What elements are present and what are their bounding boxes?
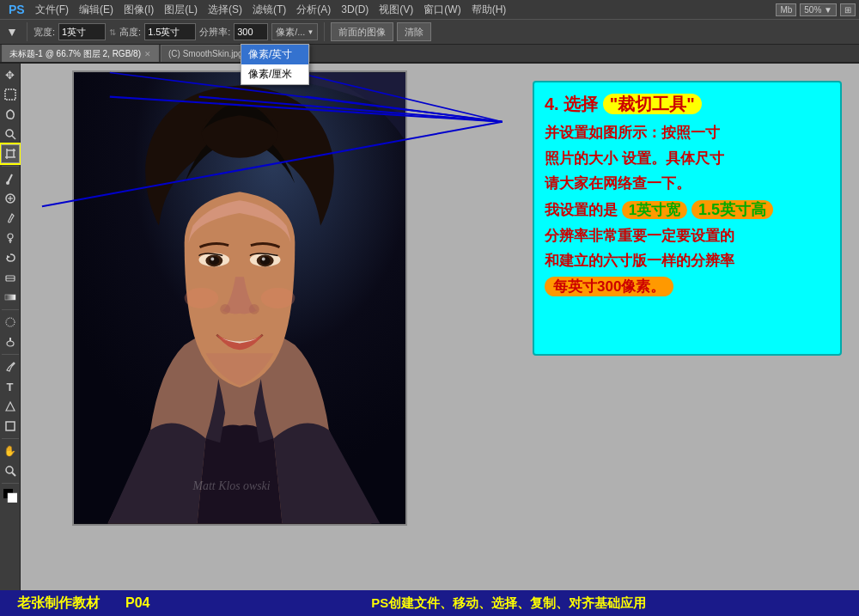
annotation-title-pre: 4. 选择 [545,95,598,113]
svg-rect-22 [6,422,15,430]
resolution-label: 分辨率: [199,26,230,39]
unit-option-px-cm[interactable]: 像素/厘米 [241,64,308,84]
unit-dropdown-btn[interactable]: 像素/... ▼ [271,23,318,40]
annotation-highlight-resolution: 每英寸300像素。 [545,277,673,296]
front-image-btn[interactable]: 前面的图像 [331,22,393,41]
svg-point-40 [185,288,219,308]
status-page: P04 [125,595,149,611]
svg-point-1 [6,130,13,137]
width-input[interactable] [58,23,106,40]
tool-gradient[interactable] [1,288,20,307]
tool-shape[interactable] [1,417,20,436]
tool-marquee[interactable] [1,85,20,104]
svg-point-19 [6,318,15,326]
annotation-line2: 照片的大小 设置。具体尺寸 [545,148,830,170]
annotation-box: 4. 选择 "裁切工具" 并设置如图所示：按照一寸 照片的大小 设置。具体尺寸 … [533,81,842,356]
annotation-highlight-height: 1.5英寸高 [691,200,773,219]
tool-path-select[interactable] [1,397,20,416]
tool-dodge[interactable] [1,332,20,351]
tool-eyedropper[interactable] [1,169,20,188]
menu-image[interactable]: 图像(I) [119,3,159,17]
person-photo: Matt Klos owski [74,72,405,524]
unit-option-px-inch[interactable]: 像素/英寸 [241,45,308,64]
svg-line-2 [12,136,15,139]
annotation-line7: 每英寸300像素。 [545,276,830,298]
menu-help[interactable]: 帮助(H) [466,3,512,17]
tool-quick-select[interactable] [1,125,20,143]
ps-logo: PS [3,3,30,16]
menu-edit[interactable]: 编辑(E) [74,3,119,17]
tool-brush[interactable] [1,209,20,228]
height-input[interactable] [144,23,196,40]
svg-point-23 [6,467,13,473]
tool-fg-color[interactable] [1,486,20,505]
screen-mode[interactable]: ⊞ [840,3,856,16]
annotation-line4-pre: 我设置的是 [545,202,618,218]
svg-text:Matt Klos owski: Matt Klos owski [192,479,271,492]
tool-move[interactable]: ✥ [1,65,20,84]
menu-file[interactable]: 文件(F) [30,3,74,17]
annotation-body: 并设置如图所示：按照一寸 照片的大小 设置。具体尺寸 请大家在网络查一下。 我设… [545,122,830,297]
menu-layer[interactable]: 图层(L) [159,3,203,17]
menu-bar: PS 文件(F) 编辑(E) 图像(I) 图层(L) 选择(S) 滤镜(T) 分… [0,0,859,19]
tool-zoom[interactable] [1,461,20,480]
tool-healing[interactable] [1,189,20,208]
svg-point-34 [209,257,219,265]
photo-container: Matt Klos owski [72,70,407,526]
svg-point-38 [220,304,230,314]
svg-rect-26 [8,493,17,503]
annotation-title: 4. 选择 "裁切工具" [545,93,830,115]
status-title: PS创建文件、移动、选择、复制、对齐基础应用 [175,595,842,612]
svg-point-12 [8,234,13,239]
height-label: 高度: [119,26,141,39]
tool-blur[interactable] [1,313,20,332]
menu-analyze[interactable]: 分析(A) [291,3,336,17]
svg-marker-15 [7,255,10,259]
tool-pen[interactable] [1,357,20,376]
tool-clone[interactable] [1,229,20,247]
tool-text[interactable]: T [1,377,20,396]
menu-window[interactable]: 窗口(W) [418,3,466,17]
main-area: ✥ [0,64,859,590]
annotation-title-highlight: "裁切工具" [603,94,702,114]
unit-dropdown-arrow: ▼ [307,28,314,36]
unit-label: 像素/... [276,26,305,39]
workspace-btn[interactable]: Mb [776,3,796,16]
annotation-line6: 和建立的六寸版一样的分辨率 [545,250,830,272]
svg-rect-0 [5,89,15,100]
menu-filter[interactable]: 滤镜(T) [247,3,291,17]
unit-dropdown: 像素/英寸 像素/厘米 [241,44,309,85]
resolution-input[interactable] [234,23,268,40]
svg-rect-18 [5,295,15,300]
annotation-highlight-width: 1英寸宽 [622,201,687,219]
tool-history-brush[interactable] [1,248,20,267]
svg-point-37 [262,257,265,260]
tab-untitled-close[interactable]: ✕ [144,50,151,58]
options-bar: ▼ 宽度: ⇅ 高度: 分辨率: 像素/... ▼ 像素/英寸 像素/厘米 前面… [0,19,859,45]
status-author: 老张制作教材 [17,595,100,613]
tabs-bar: 未标题-1 @ 66.7% 图层 2, RGB/8) ✕ (C) SmoothS… [0,45,859,64]
tool-eraser[interactable] [1,268,20,287]
tool-crop[interactable] [1,144,20,163]
menu-select[interactable]: 选择(S) [203,3,247,17]
svg-point-36 [210,257,214,260]
zoom-level[interactable]: 50% ▼ [800,3,837,16]
tab-untitled[interactable]: 未标题-1 @ 66.7% 图层 2, RGB/8) ✕ [2,45,159,62]
svg-point-35 [260,257,271,265]
menu-3d[interactable]: 3D(D) [336,3,374,15]
svg-line-24 [12,473,15,476]
status-bar: 老张制作教材 P04 PS创建文件、移动、选择、复制、对齐基础应用 [0,590,859,616]
tab-untitled-label: 未标题-1 @ 66.7% 图层 2, RGB/8) [9,48,141,60]
svg-point-39 [249,304,259,314]
annotation-line3: 请大家在网络查一下。 [545,173,830,195]
left-toolbar: ✥ [0,64,21,590]
tool-preset-btn[interactable]: ▼ [3,23,21,40]
svg-point-41 [261,288,295,308]
canvas-area: Matt Klos owski 4. 选择 "裁切工具" 并设置如图所示： [21,64,859,590]
annotation-line4: 我设置的是 1英寸宽 1.5英寸高 [545,198,830,222]
clear-btn[interactable]: 清除 [397,22,431,41]
tool-hand[interactable]: ✋ [1,442,20,460]
menu-view[interactable]: 视图(V) [374,3,418,17]
svg-point-20 [7,341,14,346]
tool-lasso[interactable] [1,105,20,124]
